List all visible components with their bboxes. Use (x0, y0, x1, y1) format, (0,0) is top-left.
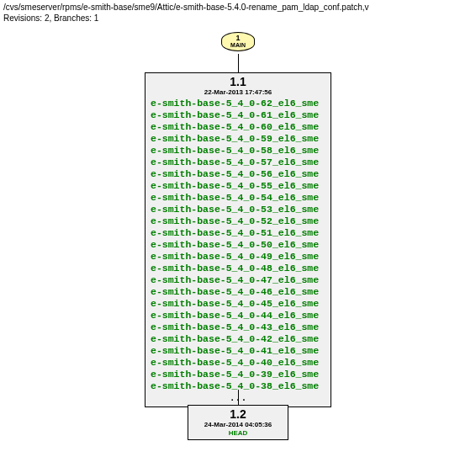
header: /cvs/smeserver/rpms/e-smith-base/sme9/At… (0, 0, 476, 25)
tag: e-smith-base-5_4_0-62_el6_sme (151, 98, 325, 109)
header-revisions: Revisions: 2, Branches: 1 (3, 13, 98, 23)
tag: e-smith-base-5_4_0-51_el6_sme (151, 227, 325, 239)
revision-node-1-1[interactable]: 1.1 22-Mar-2013 17:47:56 e-smith-base-5_… (145, 72, 331, 407)
tag: e-smith-base-5_4_0-46_el6_sme (151, 286, 325, 298)
branch-node-main[interactable]: 1 MAIN (221, 32, 255, 51)
revision-number: 1.2 (193, 408, 283, 421)
tag: e-smith-base-5_4_0-60_el6_sme (151, 121, 325, 133)
revision-diagram: 1 MAIN 1.1 22-Mar-2013 17:47:56 e-smith-… (0, 32, 476, 436)
tag: e-smith-base-5_4_0-56_el6_sme (151, 168, 325, 180)
revision-number: 1.1 (151, 76, 325, 88)
tag: e-smith-base-5_4_0-55_el6_sme (151, 180, 325, 192)
tag: e-smith-base-5_4_0-59_el6_sme (151, 133, 325, 145)
tag: e-smith-base-5_4_0-41_el6_sme (151, 345, 325, 357)
tag: e-smith-base-5_4_0-39_el6_sme (151, 369, 325, 380)
tag: e-smith-base-5_4_0-61_el6_sme (151, 109, 325, 121)
tag: e-smith-base-5_4_0-52_el6_sme (151, 215, 325, 227)
tag: e-smith-base-5_4_0-58_el6_sme (151, 145, 325, 157)
tag: e-smith-base-5_4_0-44_el6_sme (151, 310, 325, 321)
tag: e-smith-base-5_4_0-48_el6_sme (151, 263, 325, 274)
tag: e-smith-base-5_4_0-43_el6_sme (151, 321, 325, 333)
revision-date: 22-Mar-2013 17:47:56 (151, 88, 325, 97)
head-label: HEAD (193, 429, 283, 437)
tag: e-smith-base-5_4_0-53_el6_sme (151, 204, 325, 215)
tag: e-smith-base-5_4_0-45_el6_sme (151, 298, 325, 310)
revision-date: 24-Mar-2014 04:05:36 (193, 421, 283, 429)
tag: e-smith-base-5_4_0-40_el6_sme (151, 357, 325, 369)
header-path: /cvs/smeserver/rpms/e-smith-base/sme9/At… (3, 3, 369, 12)
connector-line (238, 390, 239, 405)
tag: e-smith-base-5_4_0-49_el6_sme (151, 251, 325, 263)
tag: e-smith-base-5_4_0-42_el6_sme (151, 333, 325, 345)
tag-list: e-smith-base-5_4_0-62_el6_smee-smith-bas… (151, 98, 325, 404)
tag: e-smith-base-5_4_0-54_el6_sme (151, 192, 325, 204)
tag: e-smith-base-5_4_0-47_el6_sme (151, 274, 325, 286)
revision-node-1-2[interactable]: 1.2 24-Mar-2014 04:05:36 HEAD (188, 405, 288, 440)
branch-number: 1 (230, 35, 246, 42)
tag: e-smith-base-5_4_0-50_el6_sme (151, 239, 325, 251)
tag: e-smith-base-5_4_0-57_el6_sme (151, 157, 325, 168)
branch-name: MAIN (230, 42, 246, 49)
connector-line (238, 54, 239, 72)
